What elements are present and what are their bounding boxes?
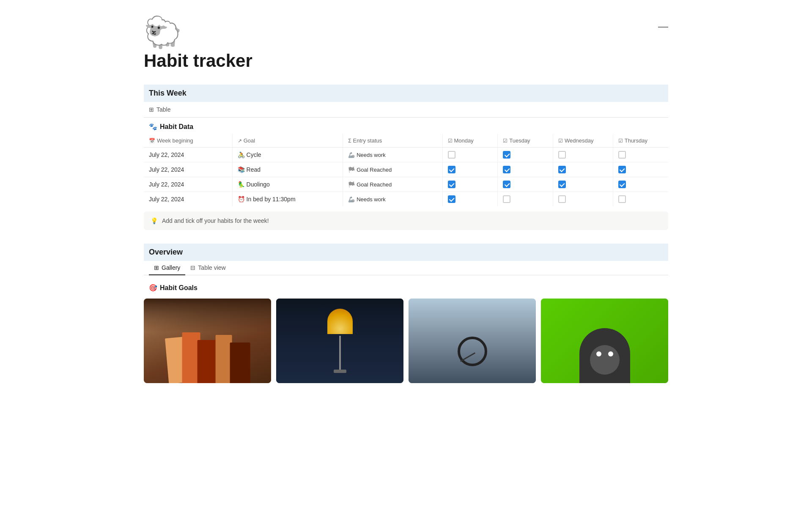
minimize-button[interactable]: — (658, 20, 668, 32)
this-week-header: This Week (144, 85, 668, 102)
table-row: July 22, 2024 🦜 Duolingo 🏁 Goal Reached (144, 177, 668, 192)
checkbox-wednesday-3[interactable] (558, 195, 566, 203)
calendar-icon: 📅 (149, 138, 155, 144)
cell-goal-2: 🦜 Duolingo (232, 177, 343, 192)
cell-monday-0[interactable] (442, 148, 498, 162)
checkbox-wednesday-0[interactable] (558, 151, 566, 159)
col-header-thursday: ☑Thursday (613, 134, 668, 148)
col-header-goal: ↗Goal (232, 134, 343, 148)
status-text-1: Goal Reached (357, 167, 392, 173)
checkbox-thursday-0[interactable] (618, 151, 626, 159)
page-header: 🐑 Habit tracker — (144, 17, 668, 71)
overview-header: Overview (144, 244, 668, 261)
cell-thursday-2[interactable] (613, 177, 668, 192)
habit-data-label: Habit Data (160, 123, 193, 131)
cell-status-3: 🦾 Needs work (343, 192, 442, 207)
cell-status-1: 🏁 Goal Reached (343, 162, 442, 177)
table-view-tab-icon: ⊟ (190, 264, 195, 271)
cell-wednesday-0[interactable] (553, 148, 613, 162)
col-header-date: 📅Week begining (144, 134, 232, 148)
gallery-card-duolingo[interactable] (541, 299, 668, 383)
table-row: July 22, 2024 📚 Read 🏁 Goal Reached (144, 162, 668, 177)
checkbox-wednesday-1[interactable] (558, 166, 566, 173)
tab-gallery[interactable]: ⊞ Gallery (149, 261, 185, 275)
checkbox-thursday-1[interactable] (618, 166, 626, 173)
cell-monday-3[interactable] (442, 192, 498, 207)
view-label-text: Table (156, 106, 170, 113)
status-text-3: Needs work (357, 196, 386, 203)
col-header-monday: ☑Monday (442, 134, 498, 148)
cell-thursday-0[interactable] (613, 148, 668, 162)
page-title: Habit tracker (144, 51, 252, 71)
sigma-icon: Σ (348, 138, 351, 144)
page-emoji: 🐑 (144, 17, 252, 47)
cell-tuesday-3[interactable] (498, 192, 553, 207)
status-emoji-2: 🏁 (348, 181, 355, 188)
table-view-label[interactable]: ⊞ Table (144, 102, 668, 118)
cell-wednesday-1[interactable] (553, 162, 613, 177)
cell-goal-1: 📚 Read (232, 162, 343, 177)
overview-section: Overview ⊞ Gallery ⊟ Table view 🎯 Habit … (144, 244, 668, 386)
cell-wednesday-2[interactable] (553, 177, 613, 192)
status-emoji-0: 🦾 (348, 152, 355, 158)
habit-table: 📅Week begining ↗Goal ΣEntry status ☑Mond… (144, 134, 668, 206)
table-icon: ⊞ (149, 106, 154, 113)
status-emoji-3: 🦾 (348, 196, 355, 203)
checkbox-tuesday-1[interactable] (503, 166, 510, 173)
overview-tabs: ⊞ Gallery ⊟ Table view (144, 261, 668, 275)
checkbox-monday-1[interactable] (448, 166, 455, 173)
checkbox-tuesday-0[interactable] (503, 151, 510, 159)
cell-date-0: July 22, 2024 (144, 148, 232, 162)
tip-box: 💡 Add and tick off your habits for the w… (144, 211, 668, 230)
check-icon-thu: ☑ (618, 138, 623, 144)
cell-tuesday-0[interactable] (498, 148, 553, 162)
checkbox-thursday-3[interactable] (618, 195, 626, 203)
cell-wednesday-3[interactable] (553, 192, 613, 207)
status-emoji-1: 🏁 (348, 167, 355, 173)
gallery-card-cycle[interactable] (409, 299, 536, 383)
check-icon-tue: ☑ (503, 138, 508, 144)
cell-status-2: 🏁 Goal Reached (343, 177, 442, 192)
gallery-tab-label: Gallery (162, 264, 180, 271)
checkbox-thursday-2[interactable] (618, 181, 626, 188)
cell-date-3: July 22, 2024 (144, 192, 232, 207)
checkbox-wednesday-2[interactable] (558, 181, 566, 188)
habit-data-heading: 🐾 Habit Data (144, 118, 668, 134)
habit-goals-emoji: 🎯 (149, 284, 157, 292)
gallery-card-lamp[interactable] (276, 299, 403, 383)
gallery-grid (144, 295, 668, 386)
cell-goal-3: ⏰ In bed by 11:30pm (232, 192, 343, 207)
table-view-tab-label: Table view (198, 264, 225, 271)
checkbox-tuesday-2[interactable] (503, 181, 510, 188)
status-text-0: Needs work (357, 152, 386, 158)
check-icon-wed: ☑ (558, 138, 563, 144)
page-container: 🐑 Habit tracker — This Week ⊞ Table 🐾 Ha… (110, 0, 702, 414)
habit-goals-heading: 🎯 Habit Goals (144, 280, 668, 295)
checkbox-monday-2[interactable] (448, 181, 455, 188)
habit-goals-label: Habit Goals (160, 284, 198, 292)
table-header-row: 📅Week begining ↗Goal ΣEntry status ☑Mond… (144, 134, 668, 148)
table-row: July 22, 2024 ⏰ In bed by 11:30pm 🦾 Need… (144, 192, 668, 207)
header-left: 🐑 Habit tracker (144, 17, 252, 71)
cell-status-0: 🦾 Needs work (343, 148, 442, 162)
tip-emoji: 💡 (151, 217, 158, 224)
col-header-tuesday: ☑Tuesday (498, 134, 553, 148)
cell-monday-2[interactable] (442, 177, 498, 192)
tab-table-view[interactable]: ⊟ Table view (185, 261, 230, 275)
checkbox-monday-3[interactable] (448, 195, 455, 203)
this-week-section: This Week ⊞ Table 🐾 Habit Data 📅Week beg… (144, 85, 668, 230)
checkbox-monday-0[interactable] (448, 151, 455, 159)
check-icon-mon: ☑ (448, 138, 453, 144)
cell-thursday-1[interactable] (613, 162, 668, 177)
status-text-2: Goal Reached (357, 181, 392, 188)
cell-tuesday-2[interactable] (498, 177, 553, 192)
cell-tuesday-1[interactable] (498, 162, 553, 177)
col-header-wednesday: ☑Wednesday (553, 134, 613, 148)
habit-data-emoji: 🐾 (149, 123, 157, 131)
col-header-status: ΣEntry status (343, 134, 442, 148)
gallery-card-books[interactable] (144, 299, 271, 383)
cell-thursday-3[interactable] (613, 192, 668, 207)
gallery-tab-icon: ⊞ (154, 264, 159, 271)
cell-monday-1[interactable] (442, 162, 498, 177)
checkbox-tuesday-3[interactable] (503, 195, 510, 203)
